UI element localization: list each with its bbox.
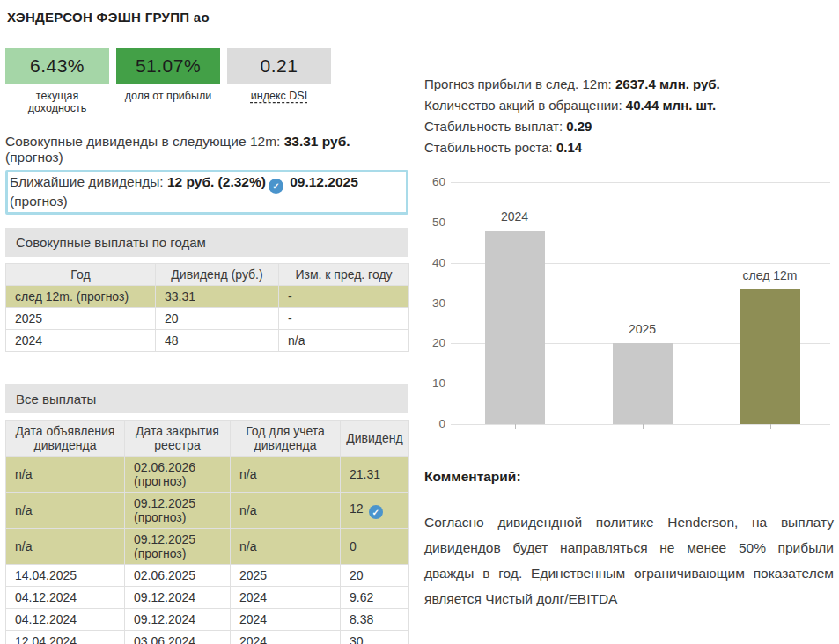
- page-title: ХЭНДЕРСОН ФЭШН ГРУПП ао: [7, 10, 408, 25]
- table-row: след 12m. (прогноз)33.31-: [6, 286, 409, 308]
- stat-label: Стабильность роста:: [424, 140, 556, 155]
- stat-value: 40.44 млн. шт.: [626, 98, 716, 113]
- metrics-row: 6.43%текущая доходность51.07%доля от при…: [5, 48, 408, 114]
- metric-current-yield: 6.43%текущая доходность: [5, 48, 109, 114]
- y-axis-tick: 0: [424, 416, 445, 432]
- metric-dsi-index: 0.21индекс DSI: [227, 48, 331, 114]
- x-axis-tick: [515, 424, 516, 429]
- dsi-index-value: 0.21: [227, 48, 331, 84]
- dsi-index-label[interactable]: индекс DSI: [227, 90, 331, 102]
- table-cell: 20: [156, 308, 279, 330]
- stat-line: Стабильность выплат: 0.29: [424, 116, 834, 137]
- column-header: Дивиденд: [341, 421, 409, 457]
- comment-body: Согласно дивидендной политике Henderson,…: [424, 509, 834, 611]
- table-cell: 2025: [6, 308, 156, 330]
- table-cell: 02.06.2026 (прогноз): [125, 457, 231, 493]
- table-cell: 8.38: [341, 609, 409, 631]
- stat-value: 0.29: [566, 119, 592, 134]
- value-text: 09.12.2025: [286, 174, 358, 189]
- table-cell: 33.31: [156, 286, 279, 308]
- stat-line: Прогноз прибыли в след. 12m: 2637.4 млн.…: [424, 74, 834, 95]
- table-cell: -: [279, 286, 409, 308]
- table-row: 04.12.202409.12.202420249.62: [6, 587, 409, 609]
- table-row: 04.12.202409.12.202420248.38: [6, 609, 409, 631]
- section-header-yearly: Совокупные выплаты по годам: [5, 228, 408, 257]
- y-axis-tick: 30: [424, 296, 445, 311]
- y-axis-tick: 40: [424, 255, 445, 271]
- current-yield-label: текущая доходность: [5, 90, 109, 114]
- dividends-bar-chart: 010203040506020242025след 12m: [424, 175, 834, 435]
- yearly-payments-table: ГодДивиденд (руб.)Изм. к пред. годуслед …: [5, 263, 409, 352]
- table-cell: n/a: [231, 493, 341, 529]
- x-axis-tick: [770, 424, 771, 429]
- table-cell: n/a: [231, 529, 341, 565]
- x-axis-tick: [643, 424, 644, 429]
- table-cell: 48: [156, 330, 279, 352]
- table-cell: 30: [341, 631, 409, 644]
- y-axis-tick: 60: [424, 174, 445, 190]
- y-axis-tick: 20: [424, 335, 445, 351]
- table-cell: n/a: [6, 457, 125, 493]
- payout-share-label: доля от прибыли: [116, 90, 220, 102]
- table-cell: 2024: [231, 609, 341, 631]
- current-yield-value: 6.43%: [5, 48, 109, 84]
- left-column: ХЭНДЕРСОН ФЭШН ГРУПП ао 6.43%текущая дох…: [5, 0, 408, 644]
- column-header: Дивиденд (руб.): [156, 264, 279, 286]
- table-cell: след 12m. (прогноз): [6, 286, 156, 308]
- verified-check-icon: ✓: [369, 505, 383, 519]
- table-cell: 2024: [6, 330, 156, 352]
- table-cell: 9.62: [341, 587, 409, 609]
- value-text: 12 руб.: [167, 174, 218, 189]
- table-header-row: Дата объявления дивидендаДата закрытия р…: [6, 421, 409, 457]
- all-payments-table: Дата объявления дивидендаДата закрытия р…: [5, 420, 409, 644]
- gridline: [451, 182, 830, 183]
- table-cell: 2024: [231, 587, 341, 609]
- table-cell: n/a: [279, 330, 409, 352]
- table-cell: 12✓: [341, 493, 409, 529]
- table-cell: 09.12.2024: [125, 609, 231, 631]
- column-header: Год: [6, 264, 156, 286]
- label-text: (прогноз): [10, 194, 68, 209]
- stats-list: Прогноз прибыли в след. 12m: 2637.4 млн.…: [424, 74, 834, 158]
- bar-label: 2025: [581, 322, 704, 336]
- table-cell: 04.12.2024: [6, 587, 125, 609]
- gridline: [451, 424, 830, 425]
- table-row: 12.04.202403.06.2024202430: [6, 631, 409, 644]
- table-cell: n/a: [6, 493, 125, 529]
- value-text: (2.32%): [218, 174, 266, 189]
- section-header-all-payments: Все выплаты: [5, 384, 408, 413]
- y-axis-tick: 10: [424, 376, 445, 392]
- stat-label: Стабильность выплат:: [424, 119, 566, 134]
- stat-value: 2637.4 млн. руб.: [615, 77, 720, 91]
- column-header: Изм. к пред. году: [279, 264, 409, 286]
- label-text: (прогноз): [5, 150, 63, 165]
- table-cell: 2025: [231, 565, 341, 587]
- label-text: Ближайшие дивиденды:: [10, 174, 167, 189]
- table-cell: 09.12.2025 (прогноз): [125, 529, 231, 565]
- table-cell: 2024: [231, 631, 341, 644]
- y-axis-tick: 50: [424, 215, 445, 231]
- table-cell: 14.04.2025: [6, 565, 125, 587]
- table-row: n/a09.12.2025 (прогноз)n/a12✓: [6, 493, 409, 529]
- bar-2025: [613, 343, 673, 424]
- label-text: Совокупные дивиденды в следующие 12m:: [5, 134, 284, 149]
- bar-label: 2024: [453, 209, 577, 223]
- table-cell: 21.31: [341, 457, 409, 493]
- table-header-row: ГодДивиденд (руб.)Изм. к пред. году: [6, 264, 409, 286]
- metric-payout-share: 51.07%доля от прибыли: [116, 48, 220, 114]
- table-cell: -: [279, 308, 409, 330]
- table-cell: 09.12.2025 (прогноз): [125, 493, 231, 529]
- table-cell: 02.06.2025: [125, 565, 231, 587]
- table-cell: 12.04.2024: [6, 631, 125, 644]
- right-column: Прогноз прибыли в след. 12m: 2637.4 млн.…: [424, 0, 834, 611]
- table-cell: 0: [341, 529, 409, 565]
- stat-value: 0.14: [556, 140, 582, 155]
- table-cell: 09.12.2024: [125, 587, 231, 609]
- stat-line: Стабильность роста: 0.14: [424, 137, 834, 158]
- dividends-page: ХЭНДЕРСОН ФЭШН ГРУПП ао 6.43%текущая дох…: [0, 0, 839, 644]
- table-cell: n/a: [231, 457, 341, 493]
- table-row: n/a02.06.2026 (прогноз)n/a21.31: [6, 457, 409, 493]
- column-header: Год для учета дивиденда: [231, 421, 341, 457]
- stat-line: Количество акций в обращении: 40.44 млн.…: [424, 95, 834, 116]
- next-dividend-highlight: Ближайшие дивиденды: 12 руб. (2.32%)✓ 09…: [5, 170, 408, 215]
